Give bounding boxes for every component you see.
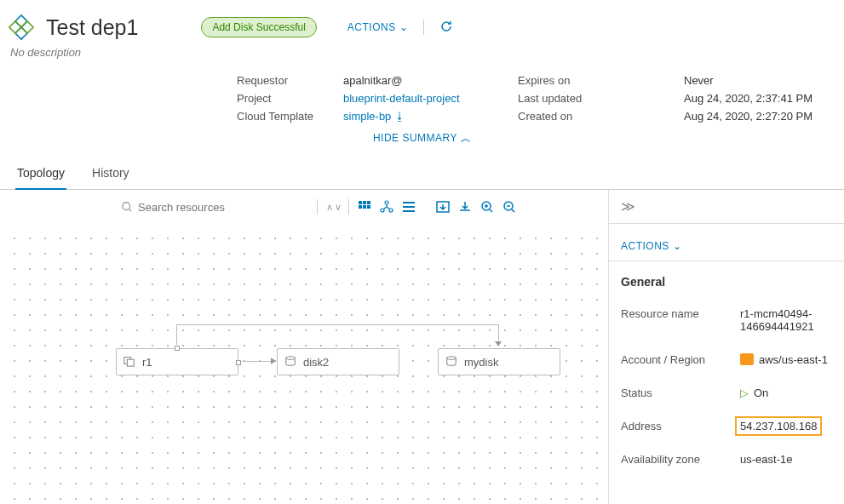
status-badge: Add Disk Successful — [201, 17, 316, 37]
download-icon[interactable]: ⭳ — [394, 110, 405, 123]
svg-point-23 — [447, 356, 456, 359]
expires-value: Never — [684, 74, 844, 87]
status-value: ▷On — [740, 387, 832, 399]
hide-summary-button[interactable]: HIDE SUMMARY ︽ — [0, 123, 844, 158]
edge — [242, 361, 271, 362]
separator — [423, 20, 424, 35]
svg-point-11 — [385, 201, 388, 204]
svg-rect-10 — [367, 205, 370, 209]
fit-screen-icon[interactable] — [436, 200, 450, 214]
chevron-double-up-icon: ︽ — [461, 132, 472, 144]
svg-rect-2 — [9, 21, 21, 33]
project-link[interactable]: blueprint-default-project — [343, 92, 460, 105]
chevron-down-icon: ⌄ — [673, 240, 682, 252]
app-logo-icon — [9, 14, 36, 41]
vm-icon — [123, 355, 135, 369]
svg-rect-21 — [127, 359, 134, 366]
play-icon: ▷ — [740, 387, 749, 399]
list-view-icon[interactable] — [402, 200, 416, 214]
tab-bar: Topology History — [0, 158, 844, 190]
availability-zone-value: us-east-1e — [740, 453, 832, 466]
requestor-value: apalnitkar@ — [343, 74, 518, 87]
svg-rect-7 — [367, 201, 370, 204]
svg-rect-16 — [403, 210, 415, 212]
project-label: Project — [237, 92, 343, 105]
account-region-value: aws/us-east-1 — [740, 353, 832, 366]
resource-name-value: r1-mcm40494-146694441921 — [740, 307, 832, 333]
svg-rect-3 — [21, 21, 33, 33]
updated-label: Last updated — [518, 92, 684, 105]
topology-canvas[interactable]: ∧ ∨ r1 disk2 — [0, 190, 609, 504]
description-text: No description — [9, 46, 81, 59]
svg-point-4 — [123, 203, 130, 210]
svg-rect-14 — [403, 202, 415, 203]
chevron-double-right-icon: ≫ — [621, 198, 635, 215]
disk-icon — [445, 355, 457, 369]
svg-rect-15 — [403, 206, 415, 208]
refresh-button[interactable] — [439, 20, 453, 36]
zoom-in-icon[interactable] — [480, 200, 494, 214]
edge — [176, 324, 499, 325]
updated-value: Aug 24, 2020, 2:37:41 PM — [684, 92, 844, 105]
template-link[interactable]: simple-bp⭳ — [343, 110, 405, 123]
svg-rect-8 — [359, 205, 362, 209]
address-label: Address — [621, 420, 740, 432]
details-panel: ≫ ACTIONS ⌄ General Resource name r1-mcm… — [609, 190, 844, 504]
tab-history[interactable]: History — [90, 158, 131, 189]
node-mydisk[interactable]: mydisk — [438, 348, 560, 375]
page-title: Test dep1 — [46, 15, 138, 40]
zoom-out-icon[interactable] — [502, 200, 516, 214]
tab-topology[interactable]: Topology — [15, 158, 66, 190]
resource-name-label: Resource name — [621, 307, 740, 333]
collapse-panel-button[interactable]: ≫ — [609, 190, 844, 224]
created-value: Aug 24, 2020, 2:27:20 PM — [684, 110, 844, 123]
search-input[interactable] — [138, 201, 291, 214]
nav-next-button[interactable]: ∨ — [335, 202, 340, 213]
disk-icon — [284, 355, 296, 369]
svg-rect-6 — [363, 201, 366, 204]
edge — [176, 324, 177, 345]
summary-grid: Requestor apalnitkar@ Expires on Never P… — [237, 74, 844, 123]
download-view-icon[interactable] — [458, 200, 472, 214]
node-r1[interactable]: r1 — [116, 348, 238, 375]
node-label: r1 — [142, 356, 152, 369]
chevron-down-icon: ⌄ — [399, 21, 409, 33]
requestor-label: Requestor — [237, 74, 343, 87]
node-label: disk2 — [303, 356, 329, 369]
grid-view-icon[interactable] — [358, 200, 371, 214]
svg-rect-1 — [15, 27, 27, 39]
status-label: Status — [621, 387, 740, 399]
panel-actions-button[interactable]: ACTIONS ⌄ — [621, 240, 681, 252]
account-region-label: Account / Region — [621, 353, 740, 366]
nav-prev-button[interactable]: ∧ — [326, 202, 331, 213]
search-icon — [121, 201, 133, 213]
edge — [498, 324, 499, 343]
template-label: Cloud Template — [237, 110, 343, 123]
arrow-icon — [495, 341, 502, 346]
created-label: Created on — [518, 110, 684, 123]
arrow-icon — [271, 358, 276, 364]
svg-rect-5 — [359, 201, 362, 204]
address-value: 54.237.108.168 — [735, 416, 822, 436]
aws-icon — [740, 353, 754, 365]
section-header-general: General — [609, 261, 844, 297]
svg-point-22 — [286, 356, 296, 359]
svg-rect-0 — [15, 15, 27, 27]
actions-button[interactable]: ACTIONS ⌄ — [347, 21, 408, 33]
expires-label: Expires on — [518, 74, 684, 87]
svg-rect-9 — [363, 205, 366, 209]
availability-zone-label: Availability zone — [621, 453, 740, 466]
node-label: mydisk — [464, 356, 498, 369]
node-disk2[interactable]: disk2 — [277, 348, 399, 375]
network-view-icon[interactable] — [380, 200, 393, 214]
canvas-toolbar: ∧ ∨ — [0, 190, 608, 224]
